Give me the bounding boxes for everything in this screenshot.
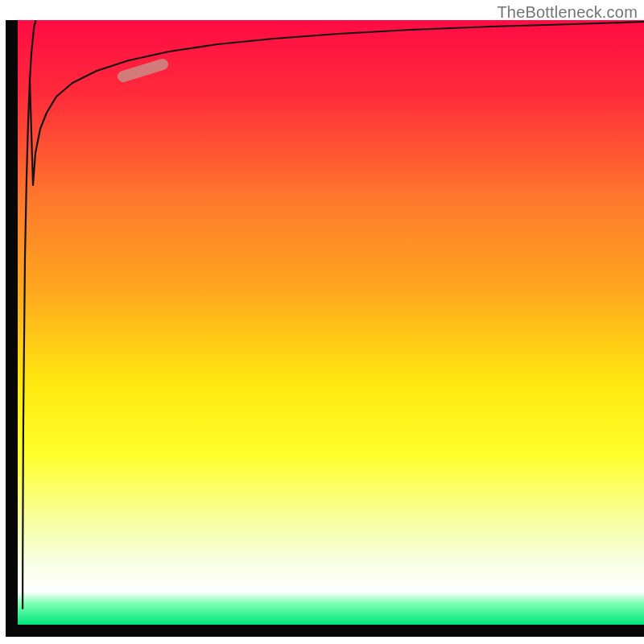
bottleneck-chart [0,0,644,644]
plot-background [18,20,644,625]
x-axis-band [6,625,644,637]
watermark: TheBottleneck.com [497,3,638,22]
y-axis-band [6,20,18,637]
chart-container: TheBottleneck.com [0,0,644,644]
